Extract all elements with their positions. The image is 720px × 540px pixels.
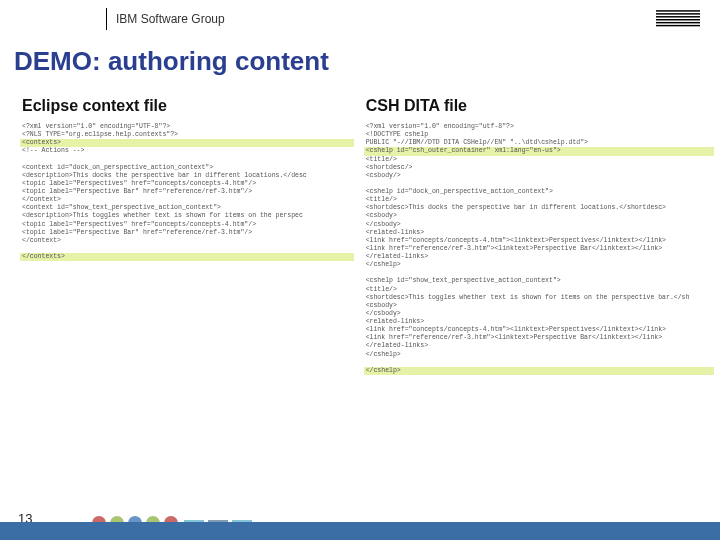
left-heading: Eclipse context file	[22, 97, 354, 115]
code-line: </csbody>	[364, 310, 714, 318]
code-line: <title/>	[364, 196, 714, 204]
code-line: <shortdesc>This toggles whether text is …	[364, 294, 714, 302]
code-line: </context>	[20, 237, 354, 245]
code-line: <?xml version="1.0" encoding="UTF-8"?>	[20, 123, 354, 131]
code-line: <context id="show_text_perspective_actio…	[20, 204, 354, 212]
code-line: <related-links>	[364, 318, 714, 326]
code-line: <!DOCTYPE cshelp	[364, 131, 714, 139]
csh-dita-code: <?xml version="1.0" encoding="utf-8"?><!…	[364, 123, 714, 375]
code-line: </cshelp>	[364, 261, 714, 269]
slide-footer: 13	[0, 504, 720, 540]
header-divider	[106, 8, 107, 30]
code-line: </related-links>	[364, 253, 714, 261]
header-group-label: IBM Software Group	[106, 12, 225, 26]
svg-rect-5	[656, 25, 700, 26]
code-line: <link href="reference/ref-3.htm"><linkte…	[364, 245, 714, 253]
code-line: <context id="dock_on_perspective_action_…	[20, 164, 354, 172]
code-line: <topic label="Perspective Bar" href="ref…	[20, 229, 354, 237]
code-line: <link href="concepts/concepts-4.htm"><li…	[364, 237, 714, 245]
code-line: <title/>	[364, 286, 714, 294]
code-line	[364, 180, 714, 188]
left-column: Eclipse context file <?xml version="1.0"…	[20, 91, 354, 375]
code-line: </cshelp>	[364, 351, 714, 359]
code-line: </context>	[20, 196, 354, 204]
code-line	[20, 156, 354, 164]
code-line: <title/>	[364, 156, 714, 164]
code-line: PUBLIC "-//IBM//DTD DITA CSHelp//EN" "..…	[364, 139, 714, 147]
code-line: <?NLS TYPE="org.eclipse.help.contexts"?>	[20, 131, 354, 139]
code-line: <link href="concepts/concepts-4.htm"><li…	[364, 326, 714, 334]
code-line	[364, 269, 714, 277]
code-line: <cshelp id="csh_outer_container" xml:lan…	[364, 147, 714, 155]
code-line: <topic label="Perspectives" href="concep…	[20, 221, 354, 229]
code-line: <description>This toggles whether text i…	[20, 212, 354, 220]
code-line: <description>This docks the perspective …	[20, 172, 354, 180]
right-column: CSH DITA file <?xml version="1.0" encodi…	[364, 91, 714, 375]
code-line: <related-links>	[364, 229, 714, 237]
slide-title: DEMO: authoring content	[0, 38, 720, 91]
code-line: <shortdesc>This docks the perspective ba…	[364, 204, 714, 212]
slide-header: IBM Software Group	[0, 0, 720, 38]
ibm-logo-icon	[656, 10, 700, 32]
code-line: <csbody/>	[364, 172, 714, 180]
code-line: <shortdesc/>	[364, 164, 714, 172]
code-line: <contexts>	[20, 139, 354, 147]
code-line	[20, 245, 354, 253]
code-line: <?xml version="1.0" encoding="utf-8"?>	[364, 123, 714, 131]
code-line: <cshelp id="dock_on_perspective_action_c…	[364, 188, 714, 196]
code-line: <csbody>	[364, 212, 714, 220]
code-line: </contexts>	[20, 253, 354, 261]
right-heading: CSH DITA file	[366, 97, 714, 115]
svg-rect-3	[656, 19, 700, 20]
code-line: </csbody>	[364, 221, 714, 229]
svg-rect-4	[656, 22, 700, 23]
code-line: <topic label="Perspective Bar" href="ref…	[20, 188, 354, 196]
code-line: </related-links>	[364, 342, 714, 350]
svg-rect-0	[656, 10, 700, 11]
content-columns: Eclipse context file <?xml version="1.0"…	[0, 91, 720, 375]
svg-rect-1	[656, 13, 700, 14]
code-line: <csbody>	[364, 302, 714, 310]
code-line: <cshelp id="show_text_perspective_action…	[364, 277, 714, 285]
code-line: <topic label="Perspectives" href="concep…	[20, 180, 354, 188]
svg-rect-2	[656, 16, 700, 17]
code-line	[364, 359, 714, 367]
eclipse-context-code: <?xml version="1.0" encoding="UTF-8"?><?…	[20, 123, 354, 261]
code-line: <link href="reference/ref-3.htm"><linkte…	[364, 334, 714, 342]
code-line: <!-- Actions -->	[20, 147, 354, 155]
code-line: </cshelp>	[364, 367, 714, 375]
footer-bar	[0, 522, 720, 540]
